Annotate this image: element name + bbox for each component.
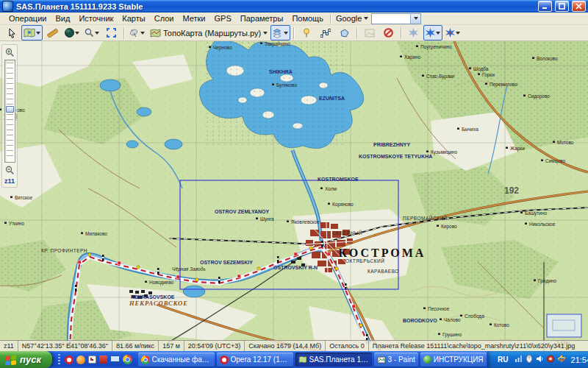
map-label: Кирово [441, 224, 457, 230]
placemark-label[interactable]: SHIKHRA [269, 69, 293, 74]
menu-operations[interactable]: Операции [4, 13, 51, 24]
menu-gps[interactable]: GPS [210, 13, 236, 24]
chevron-down-icon [263, 32, 268, 35]
maximize-button[interactable] [555, 1, 569, 12]
gps-track-button[interactable] [443, 25, 462, 40]
chevron-down-icon [414, 17, 418, 20]
quicklaunch-red-app-icon[interactable] [99, 355, 107, 364]
tray-volume-icon[interactable] [536, 355, 544, 364]
map-canvas[interactable]: ЧерновоЗакрайкиноПоугреничиноХариноВолок… [0, 41, 588, 351]
globe-view-button[interactable] [62, 25, 82, 40]
map-source-label: ТопоКарта (Маршруты.ру) [162, 29, 262, 38]
quicklaunch-nt-app-icon[interactable] [88, 355, 96, 364]
map-label: Шунга [260, 216, 274, 222]
placemark-label[interactable]: KOSTROMSKOYE TETYUKHA [359, 154, 432, 159]
taskbar-button-chrome-downloads[interactable]: Скачанные файлы - ... [138, 353, 215, 367]
map-label: Перемилово [490, 82, 517, 88]
toolbar-separator [293, 27, 294, 39]
add-polygon-button[interactable] [335, 25, 354, 40]
map-label: Харино [404, 54, 421, 60]
tray-network-icon[interactable] [514, 355, 523, 364]
placemark-label[interactable]: KOSTROMSKOE [318, 177, 359, 182]
tray-sync-icon[interactable] [557, 355, 566, 364]
map-source-selector[interactable]: ТопоКарта (Маршруты.ру) [148, 25, 270, 40]
search-tool-button[interactable] [82, 25, 101, 40]
menu-bar: Операции Вид Источник Карты Слои Метки G… [0, 13, 588, 25]
minimize-button[interactable] [538, 1, 552, 12]
fullscreen-icon [107, 28, 116, 38]
zoom-in-button[interactable] [4, 47, 15, 57]
tray-input-device-icon[interactable] [526, 355, 533, 364]
google-label: Google [336, 14, 362, 23]
placemark-label[interactable]: BORODKOVO [403, 318, 437, 323]
placemark-label[interactable]: PRIBREZHNYY [373, 142, 411, 147]
quicklaunch-grip[interactable] [58, 354, 60, 365]
menu-help[interactable]: Помощь [287, 13, 328, 24]
menu-layers[interactable]: Слои [150, 13, 179, 24]
placemark-label[interactable]: NEKRASOVSKOE [131, 294, 175, 300]
menu-settings[interactable]: Параметры [236, 13, 288, 24]
cancel-download-button[interactable] [379, 25, 398, 40]
cursor-tool-button[interactable] [2, 25, 21, 40]
menu-placemarks[interactable]: Метки [178, 13, 209, 24]
layers-icon [273, 28, 283, 38]
status-elevation: 157 м [159, 341, 184, 351]
taskbar-clock[interactable]: 21:54 [569, 355, 588, 364]
menu-view[interactable]: Вид [51, 13, 74, 24]
placemark-label[interactable]: EZUNITSA [319, 96, 345, 101]
topo-map-icon [150, 29, 161, 38]
map-label: Кузьмицино [431, 149, 457, 155]
taskbar-button-instruction[interactable]: ИНСТРУКЦИЯ [420, 353, 487, 367]
map-label: Симцово [545, 158, 565, 164]
quicklaunch-orange-app-icon[interactable] [76, 355, 85, 364]
measure-tool-button[interactable] [43, 25, 62, 40]
add-path-button[interactable] [316, 25, 334, 40]
map-label: Волоково [537, 56, 558, 61]
minimap-inset[interactable] [547, 314, 581, 337]
language-indicator[interactable]: RU [495, 355, 511, 364]
gps-disconnect-button[interactable] [404, 25, 423, 40]
placemark-label[interactable]: OSTROVSKIY R-N [273, 265, 318, 270]
cursor-icon [7, 28, 16, 38]
map-label: Гридино [538, 278, 556, 284]
map-label: Слобода [465, 314, 484, 319]
fullscreen-button[interactable] [102, 25, 121, 40]
geosearch-input[interactable] [372, 14, 410, 24]
fill-map-button[interactable] [360, 25, 379, 40]
gps-connect-button[interactable] [423, 25, 442, 40]
taskbar-button-opera[interactable]: Opera 12.17 (1863): ... [217, 353, 293, 367]
map-label: Уткино [9, 221, 24, 226]
toolbar-separator [123, 27, 124, 39]
zoom-slider[interactable] [4, 60, 15, 163]
map-label: Яковлевское [291, 219, 320, 224]
zoom-out-button[interactable] [4, 165, 15, 175]
ruler-icon [47, 28, 58, 38]
map-label: Милаково [85, 231, 107, 236]
google-search-menu[interactable]: Google [333, 14, 371, 23]
menu-maps[interactable]: Карты [118, 13, 149, 24]
add-placemark-button[interactable] [297, 25, 315, 40]
map-label: Закрайкино [265, 41, 290, 47]
tray-antivirus-icon[interactable] [547, 355, 554, 364]
map-label: Коряново [332, 202, 354, 208]
menu-source[interactable]: Источник [74, 13, 118, 24]
geosearch-dropdown-button[interactable] [410, 14, 420, 24]
taskbar-button-sasplanet[interactable]: SAS.Планета 15111... [295, 353, 372, 367]
quicklaunch-show-desktop-icon[interactable] [110, 353, 120, 367]
quicklaunch-opera-icon[interactable] [65, 355, 74, 364]
quicklaunch-chrome-icon[interactable] [123, 355, 132, 364]
selection-tool-button[interactable] [21, 25, 43, 40]
close-button[interactable] [572, 1, 586, 12]
zoom-slider-thumb[interactable] [6, 106, 14, 113]
map-label: КОСТРОМА [339, 247, 426, 259]
app-icon[interactable] [2, 1, 13, 12]
status-zoom: z11 [0, 341, 18, 351]
placemark-label[interactable]: OSTROV SEZEMSKIY [200, 260, 253, 265]
start-button[interactable]: пуск [0, 351, 52, 368]
download-manager-button[interactable] [127, 25, 147, 40]
toolbar-separator [356, 27, 357, 39]
placemark-label[interactable]: OSTROV ZEMLYANOY [215, 209, 269, 214]
map-label: Башутино [525, 210, 548, 216]
taskbar-button-paint[interactable]: 3 - Paint [374, 353, 418, 367]
layers-selector-button[interactable] [270, 25, 290, 40]
